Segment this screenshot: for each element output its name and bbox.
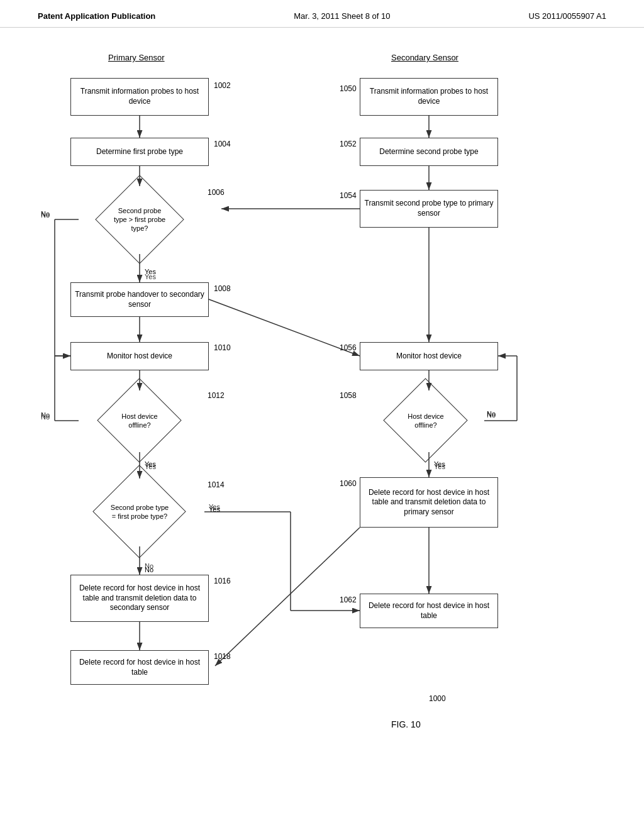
- label-1052: 1052: [340, 140, 357, 148]
- box-1054: Transmit second probe type to primary se…: [360, 190, 498, 228]
- label-1056: 1056: [340, 343, 357, 352]
- box-1050: Transmit information probes to host devi…: [360, 78, 498, 116]
- box-1018: Delete record for host device in host ta…: [70, 650, 209, 685]
- label-1008: 1008: [214, 284, 231, 293]
- box-1056: Monitor host device: [360, 342, 498, 370]
- diamond-1006: Second probe type > first probe type?: [77, 185, 203, 254]
- diamond-1014: Second probe type = first probe type?: [74, 477, 206, 546]
- label-1010: 1010: [214, 343, 231, 352]
- label-yes-1012: Yes: [145, 460, 156, 468]
- label-no-1012: No: [41, 411, 50, 419]
- box-1060: Delete record for host device in host ta…: [360, 477, 498, 528]
- label-1058: 1058: [340, 391, 357, 400]
- label-no-1006: No: [41, 210, 50, 218]
- box-1002: Transmit information probes to host devi…: [70, 78, 209, 116]
- label-1012: 1012: [208, 391, 225, 400]
- diagram-area: Primary Sensor Secondary Sensor Transmit…: [39, 47, 605, 788]
- box-1008: Transmit probe handover to secondary sen…: [70, 282, 209, 317]
- label-1060: 1060: [340, 479, 357, 488]
- label-primary-sensor: Primary Sensor: [108, 53, 165, 62]
- header-publication: Patent Application Publication: [38, 11, 155, 21]
- label-1004: 1004: [214, 140, 231, 148]
- box-1052: Determine second probe type: [360, 138, 498, 166]
- label-1014: 1014: [208, 480, 225, 489]
- label-yes-1014: Yes: [209, 506, 220, 513]
- box-1004: Determine first probe type: [70, 138, 209, 166]
- label-secondary-sensor: Secondary Sensor: [391, 53, 458, 62]
- label-yes-1006: Yes: [145, 268, 156, 275]
- label-yes-1058: Yes: [434, 460, 445, 468]
- diamond-1058: Host device offline?: [366, 389, 486, 452]
- label-1016: 1016: [214, 577, 231, 585]
- box-1016: Delete record for host device in host ta…: [70, 575, 209, 622]
- label-1054: 1054: [340, 191, 357, 200]
- label-1006: 1006: [208, 188, 225, 197]
- header-date-sheet: Mar. 3, 2011 Sheet 8 of 10: [294, 11, 390, 21]
- label-1050: 1050: [340, 84, 357, 93]
- box-1062: Delete record for host device in host ta…: [360, 594, 498, 628]
- box-1010: Monitor host device: [70, 342, 209, 370]
- label-1062: 1062: [340, 595, 357, 604]
- diamond-1012: Host device offline?: [80, 389, 199, 452]
- label-no-1058: No: [487, 410, 496, 418]
- ref-1000: 1000: [429, 694, 446, 703]
- label-no-1014: No: [145, 566, 153, 573]
- svg-line-36: [209, 299, 360, 356]
- fig-label: FIG. 10: [391, 719, 421, 729]
- svg-line-38: [215, 528, 360, 666]
- page-header: Patent Application Publication Mar. 3, 2…: [0, 0, 644, 28]
- label-1002: 1002: [214, 81, 231, 90]
- header-patent-number: US 2011/0055907 A1: [528, 11, 606, 21]
- label-1018: 1018: [214, 652, 231, 661]
